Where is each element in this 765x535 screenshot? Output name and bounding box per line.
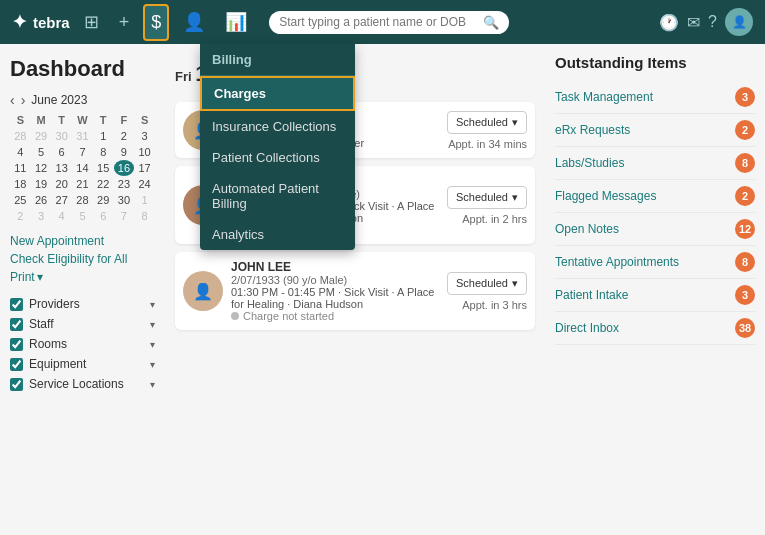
search-input[interactable] — [279, 15, 477, 29]
appt-avatar-3: 👤 — [183, 271, 223, 311]
calendar-day[interactable]: 3 — [31, 208, 52, 224]
check-eligibility-link[interactable]: Check Eligibility for All — [10, 252, 155, 266]
providers-chevron-icon[interactable]: ▾ — [150, 299, 155, 310]
appointment-card-3: 👤 JOHN LEE 2/07/1933 (90 y/o Male) 01:30… — [175, 252, 535, 330]
search-bar[interactable]: 🔍 — [269, 11, 509, 34]
plus-icon[interactable]: + — [113, 6, 136, 39]
outstanding-task-management[interactable]: Task Management 3 — [555, 81, 755, 114]
calendar-day[interactable]: 30 — [114, 192, 135, 208]
calendar-day[interactable]: 10 — [134, 144, 155, 160]
calendar-day[interactable]: 3 — [134, 128, 155, 144]
calendar-day[interactable]: 23 — [114, 176, 135, 192]
staff-checkbox[interactable] — [10, 318, 23, 331]
rooms-checkbox[interactable] — [10, 338, 23, 351]
cal-header-s: S — [10, 112, 31, 128]
service-locations-checkbox[interactable] — [10, 378, 23, 391]
calendar-day[interactable]: 29 — [31, 128, 52, 144]
dropdown-item-patient-collections[interactable]: Patient Collections — [200, 142, 355, 173]
calendar-day[interactable]: 12 — [31, 160, 52, 176]
calendar-day[interactable]: 24 — [134, 176, 155, 192]
calendar-day[interactable]: 25 — [10, 192, 31, 208]
calendar-day[interactable]: 6 — [51, 144, 72, 160]
outstanding-patient-intake[interactable]: Patient Intake 3 — [555, 279, 755, 312]
calendar-month-year: June 2023 — [31, 93, 87, 107]
calendar-day[interactable]: 30 — [51, 128, 72, 144]
scheduled-button-3[interactable]: Scheduled ▾ — [447, 272, 527, 295]
calendar-day[interactable]: 18 — [10, 176, 31, 192]
grid-icon[interactable]: ⊞ — [78, 5, 105, 39]
outstanding-direct-inbox[interactable]: Direct Inbox 38 — [555, 312, 755, 345]
staff-chevron-icon[interactable]: ▾ — [150, 319, 155, 330]
dropdown-item-automated-billing[interactable]: Automated Patient Billing — [200, 173, 355, 219]
calendar-day[interactable]: 28 — [72, 192, 93, 208]
equipment-chevron-icon[interactable]: ▾ — [150, 359, 155, 370]
outstanding-tentative-appointments[interactable]: Tentative Appointments 8 — [555, 246, 755, 279]
calendar-day[interactable]: 19 — [31, 176, 52, 192]
calendar-day[interactable]: 7 — [114, 208, 135, 224]
calendar-day[interactable]: 17 — [134, 160, 155, 176]
calendar-day[interactable]: 4 — [51, 208, 72, 224]
calendar-day[interactable]: 2 — [114, 128, 135, 144]
calendar-day[interactable]: 13 — [51, 160, 72, 176]
tentative-appointments-badge: 8 — [735, 252, 755, 272]
scheduled-button-1[interactable]: Scheduled ▾ — [447, 111, 527, 134]
left-sidebar: Dashboard ‹ › June 2023 S M T W T F S 28… — [0, 44, 165, 535]
calendar-day[interactable]: 4 — [10, 144, 31, 160]
calendar-day[interactable]: 26 — [31, 192, 52, 208]
calendar-day[interactable]: 11 — [10, 160, 31, 176]
calendar-day[interactable]: 7 — [72, 144, 93, 160]
equipment-checkbox[interactable] — [10, 358, 23, 371]
service-locations-chevron-icon[interactable]: ▾ — [150, 379, 155, 390]
print-link[interactable]: Print ▾ — [10, 270, 155, 284]
calendar-day[interactable]: 27 — [51, 192, 72, 208]
direct-inbox-badge: 38 — [735, 318, 755, 338]
prev-month-arrow[interactable]: ‹ — [10, 92, 15, 108]
outstanding-labs-studies[interactable]: Labs/Studies 8 — [555, 147, 755, 180]
calendar-day[interactable]: 29 — [93, 192, 114, 208]
outstanding-erx-requests[interactable]: eRx Requests 2 — [555, 114, 755, 147]
help-icon[interactable]: ? — [708, 13, 717, 31]
calendar-day[interactable]: 16 — [114, 160, 135, 176]
calendar-day[interactable]: 21 — [72, 176, 93, 192]
calendar-day[interactable]: 15 — [93, 160, 114, 176]
calendar-day[interactable]: 1 — [93, 128, 114, 144]
calendar-day[interactable]: 20 — [51, 176, 72, 192]
calendar-day[interactable]: 28 — [10, 128, 31, 144]
calendar-day[interactable]: 14 — [72, 160, 93, 176]
nav-right-actions: 🕐 ✉ ? 👤 — [659, 8, 753, 36]
flagged-messages-badge: 2 — [735, 186, 755, 206]
rooms-chevron-icon[interactable]: ▾ — [150, 339, 155, 350]
calendar-day[interactable]: 8 — [93, 144, 114, 160]
calendar-day[interactable]: 5 — [72, 208, 93, 224]
flagged-messages-label: Flagged Messages — [555, 189, 735, 203]
providers-checkbox[interactable] — [10, 298, 23, 311]
calendar-day[interactable]: 8 — [134, 208, 155, 224]
appt-time-badge-1: Appt. in 34 mins — [448, 138, 527, 150]
patient-intake-label: Patient Intake — [555, 288, 735, 302]
calendar-day[interactable]: 9 — [114, 144, 135, 160]
calendar-day[interactable]: 2 — [10, 208, 31, 224]
scheduled-button-2[interactable]: Scheduled ▾ — [447, 186, 527, 209]
chart-icon[interactable]: 📊 — [219, 5, 253, 39]
calendar-day[interactable]: 5 — [31, 144, 52, 160]
calendar-day[interactable]: 6 — [93, 208, 114, 224]
outstanding-flagged-messages[interactable]: Flagged Messages 2 — [555, 180, 755, 213]
calendar-day[interactable]: 31 — [72, 128, 93, 144]
billing-icon[interactable]: $ — [143, 4, 169, 41]
service-locations-label: Service Locations — [29, 377, 124, 391]
dropdown-item-insurance-collections[interactable]: Insurance Collections — [200, 111, 355, 142]
mail-icon[interactable]: ✉ — [687, 13, 700, 32]
avatar[interactable]: 👤 — [725, 8, 753, 36]
outstanding-open-notes[interactable]: Open Notes 12 — [555, 213, 755, 246]
clock-icon[interactable]: 🕐 — [659, 13, 679, 32]
appt-name-3: JOHN LEE — [231, 260, 439, 274]
dropdown-item-analytics[interactable]: Analytics — [200, 219, 355, 250]
dropdown-item-charges[interactable]: Charges — [200, 76, 355, 111]
person-icon[interactable]: 👤 — [177, 5, 211, 39]
next-month-arrow[interactable]: › — [21, 92, 26, 108]
filter-section: Providers ▾ Staff ▾ Rooms ▾ Equipment ▾ … — [10, 294, 155, 394]
new-appointment-link[interactable]: New Appointment — [10, 234, 155, 248]
calendar-day[interactable]: 22 — [93, 176, 114, 192]
calendar-day[interactable]: 1 — [134, 192, 155, 208]
dashboard-title: Dashboard — [10, 56, 155, 82]
